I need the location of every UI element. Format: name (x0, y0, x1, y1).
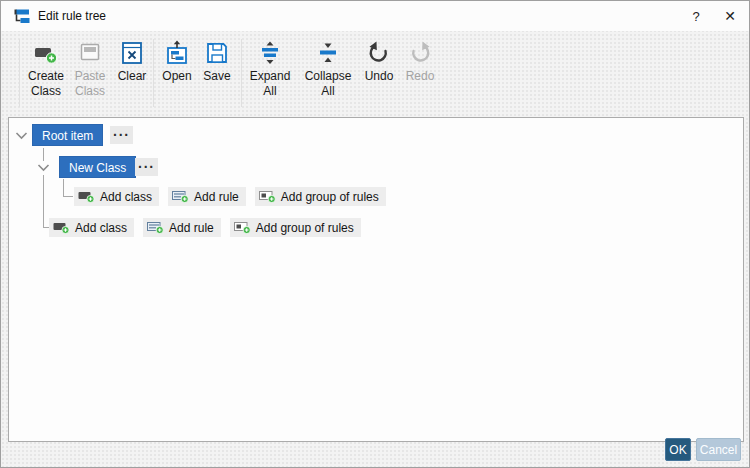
add-class-button[interactable]: Add class (74, 187, 159, 206)
tree-line (63, 196, 73, 197)
toolbar-label: Save (203, 69, 230, 84)
collapse-all-button[interactable]: Collapse All (302, 40, 354, 99)
tree-line (43, 148, 44, 161)
open-button[interactable]: Open (157, 40, 197, 84)
add-rule-icon (172, 190, 189, 203)
create-class-button[interactable]: Create Class (24, 40, 68, 99)
add-button-label: Add group of rules (281, 190, 379, 204)
clear-icon (119, 40, 145, 66)
add-button-label: Add rule (194, 190, 239, 204)
add-class-icon (78, 190, 95, 203)
clear-button[interactable]: Clear (112, 40, 152, 84)
root-item-action-row: Add class Add rule Ad (49, 218, 361, 237)
save-button[interactable]: Save (197, 40, 237, 84)
help-button[interactable]: ? (679, 1, 713, 31)
add-class-icon (53, 221, 70, 234)
add-rule-button[interactable]: Add rule (143, 218, 221, 237)
add-button-label: Add group of rules (256, 221, 354, 235)
add-rule-icon (147, 221, 164, 234)
toolbar-separator (241, 39, 242, 107)
dialog-title: Edit rule tree (38, 9, 679, 23)
redo-icon (407, 40, 433, 66)
add-button-label: Add class (100, 190, 152, 204)
dialog-footer: OK Cancel (665, 438, 741, 461)
add-group-of-rules-button[interactable]: Add group of rules (230, 218, 361, 237)
rule-tree-panel: Root item ··· New Class ··· Add class (8, 117, 744, 442)
collapse-all-icon (315, 40, 341, 66)
paste-class-button: Paste Class (68, 40, 112, 99)
edit-rule-tree-dialog: Edit rule tree ? ✕ Create Class (0, 0, 750, 468)
toolbar-label: Clear (118, 69, 147, 84)
redo-button: Redo (401, 40, 439, 84)
undo-button[interactable]: Undo (360, 40, 398, 84)
toolbar-label: Paste Class (68, 69, 112, 99)
add-group-of-rules-button[interactable]: Add group of rules (255, 187, 386, 206)
toolbar-label: Create Class (24, 69, 68, 99)
toolbar-label: Expand All (247, 69, 293, 99)
chevron-down-icon[interactable] (37, 163, 50, 172)
toolbar-label: Open (162, 69, 191, 84)
tree-node-new-class[interactable]: New Class (59, 156, 136, 178)
add-group-of-rules-icon (259, 190, 276, 203)
expand-all-icon (257, 40, 283, 66)
chevron-down-icon[interactable] (15, 131, 28, 140)
toolbar-separator (153, 39, 154, 107)
rule-tree-app-icon (13, 8, 30, 25)
undo-icon (366, 40, 392, 66)
tree-line (43, 175, 44, 227)
add-class-button[interactable]: Add class (49, 218, 134, 237)
cancel-button: Cancel (696, 438, 741, 461)
close-button[interactable]: ✕ (713, 1, 747, 31)
new-class-menu-button[interactable]: ··· (135, 158, 158, 176)
paste-class-icon (77, 40, 103, 66)
toolbar-label: Undo (365, 69, 394, 84)
tree-line (63, 179, 64, 197)
create-class-icon (33, 40, 59, 66)
add-group-of-rules-icon (234, 221, 251, 234)
add-button-label: Add rule (169, 221, 214, 235)
save-icon (204, 40, 230, 66)
toolbar-label: Collapse All (302, 69, 354, 99)
add-button-label: Add class (75, 221, 127, 235)
tree-node-root-item[interactable]: Root item (32, 124, 103, 146)
toolbar-label: Redo (406, 69, 435, 84)
open-icon (164, 40, 190, 66)
ok-button[interactable]: OK (665, 438, 691, 461)
root-item-menu-button[interactable]: ··· (110, 126, 133, 144)
add-rule-button[interactable]: Add rule (168, 187, 246, 206)
title-bar: Edit rule tree ? ✕ (1, 1, 749, 31)
toolbar: Create Class Paste Class Clear (1, 31, 749, 113)
toolbar-separator (19, 39, 20, 107)
new-class-action-row: Add class Add rule Ad (74, 187, 386, 206)
expand-all-button[interactable]: Expand All (247, 40, 293, 99)
